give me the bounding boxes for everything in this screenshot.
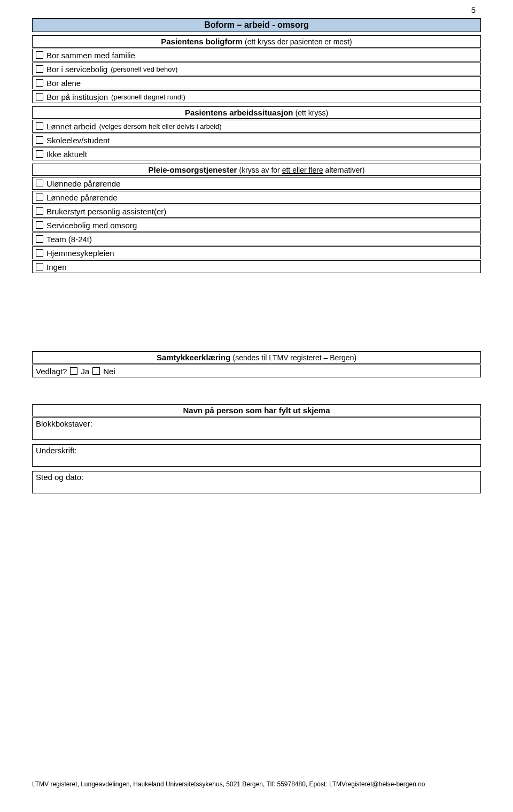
boligform-opt: Bor på institusjon (personell døgnet run… xyxy=(32,90,481,103)
underskrift-label: Underskrift: xyxy=(36,446,77,455)
pleie-opt: Brukerstyrt personlig assistent(er) xyxy=(32,205,481,218)
option-label: Brukerstyrt personlig assistent(er) xyxy=(46,207,166,216)
checkbox-icon[interactable] xyxy=(92,367,100,375)
checkbox-icon[interactable] xyxy=(70,367,77,375)
consent-nei-label: Nei xyxy=(103,367,115,376)
checkbox-icon[interactable] xyxy=(36,79,43,87)
checkbox-icon[interactable] xyxy=(36,51,43,59)
blokkbokstaver-field[interactable]: Blokkbokstaver: xyxy=(32,417,481,440)
checkbox-icon[interactable] xyxy=(36,249,43,257)
option-label: Lønnet arbeid xyxy=(46,122,96,131)
checkbox-icon[interactable] xyxy=(36,194,43,201)
spacer xyxy=(32,273,481,348)
pleie-opt: Lønnede pårørende xyxy=(32,191,481,204)
arbeid-opt: Skoleelev/student xyxy=(32,134,481,146)
checkbox-icon[interactable] xyxy=(36,263,43,270)
checkbox-icon[interactable] xyxy=(36,235,43,243)
option-label: Ingen xyxy=(46,262,67,272)
option-note: (personell ved behov) xyxy=(111,65,177,73)
option-note: (personell døgnet rundt) xyxy=(111,93,185,101)
checkbox-icon[interactable] xyxy=(36,150,43,158)
group-arbeid-header: Pasientens arbeidssituasjon (ett kryss) xyxy=(32,106,481,119)
arbeid-opt: Ikke aktuelt xyxy=(32,148,481,160)
consent-row: Vedlagt? Ja Nei xyxy=(32,365,481,377)
checkbox-icon[interactable] xyxy=(36,180,43,187)
option-note: (velges dersom helt eller delvis i arbei… xyxy=(99,122,222,130)
group-arbeid-title: Pasientens arbeidssituasjon xyxy=(185,108,293,117)
option-label: Team (8-24t) xyxy=(46,235,92,244)
checkbox-icon[interactable] xyxy=(36,136,43,144)
sted-dato-label: Sted og dato: xyxy=(36,473,83,482)
group-arbeid-note: (ett kryss) xyxy=(296,109,328,117)
arbeid-opt: Lønnet arbeid (velges dersom helt eller … xyxy=(32,120,481,133)
section-boform-header: Boform – arbeid - omsorg xyxy=(32,18,481,32)
checkbox-icon[interactable] xyxy=(36,221,43,229)
option-label: Ulønnede pårørende xyxy=(46,179,120,188)
consent-vedlagt-label: Vedlagt? xyxy=(36,367,67,376)
option-label: Lønnede pårørende xyxy=(46,193,118,202)
option-label: Skoleelev/student xyxy=(46,136,110,145)
underskrift-field[interactable]: Underskrift: xyxy=(32,444,481,467)
checkbox-icon[interactable] xyxy=(36,65,43,73)
group-consent-note: (sendes til LTMV registeret – Bergen) xyxy=(232,353,356,362)
option-label: Bor i servicebolig xyxy=(46,65,107,74)
boligform-opt: Bor alene xyxy=(32,76,481,89)
group-sign-header: Navn på person som har fylt ut skjema xyxy=(32,404,481,416)
blokkbokstaver-label: Blokkbokstaver: xyxy=(36,419,92,428)
pleie-opt: Ingen xyxy=(32,260,481,273)
pleie-opt: Servicebolig med omsorg xyxy=(32,219,481,231)
group-boligform-title: Pasientens boligform xyxy=(161,37,243,46)
page: 5 Boform – arbeid - omsorg Pasientens bo… xyxy=(0,0,513,780)
option-label: Ikke aktuelt xyxy=(46,150,87,159)
option-label: Hjemmesykepleien xyxy=(46,249,114,258)
checkbox-icon[interactable] xyxy=(36,93,43,100)
group-pleie-title: Pleie-omsorgstjenester xyxy=(148,165,237,174)
group-boligform-note: (ett kryss der pasienten er mest) xyxy=(245,37,352,46)
checkbox-icon[interactable] xyxy=(36,122,43,130)
spacer xyxy=(32,377,481,401)
sted-dato-field[interactable]: Sted og dato: xyxy=(32,471,481,493)
consent-ja-label: Ja xyxy=(81,367,89,376)
page-number: 5 xyxy=(471,5,476,14)
group-sign-title: Navn på person som har fylt ut skjema xyxy=(183,406,330,415)
option-label: Bor på institusjon xyxy=(46,92,108,102)
group-pleie-note: (kryss av for ett eller flere alternativ… xyxy=(239,166,365,174)
boligform-opt: Bor i servicebolig (personell ved behov) xyxy=(32,63,481,75)
option-label: Bor alene xyxy=(46,79,81,88)
group-boligform-header: Pasientens boligform (ett kryss der pasi… xyxy=(32,35,481,48)
boligform-opt: Bor sammen med familie xyxy=(32,49,481,61)
pleie-opt: Ulønnede pårørende xyxy=(32,177,481,190)
pleie-opt: Team (8-24t) xyxy=(32,233,481,245)
option-label: Bor sammen med familie xyxy=(46,51,135,60)
group-consent-title: Samtykkeerklæring xyxy=(157,353,230,362)
group-consent-header: Samtykkeerklæring (sendes til LTMV regis… xyxy=(32,351,481,364)
page-footer: LTMV registeret, Lungeavdelingen, Haukel… xyxy=(0,780,513,794)
option-label: Servicebolig med omsorg xyxy=(46,221,137,230)
group-pleie-header: Pleie-omsorgstjenester (kryss av for ett… xyxy=(32,164,481,176)
checkbox-icon[interactable] xyxy=(36,207,43,215)
pleie-opt: Hjemmesykepleien xyxy=(32,246,481,259)
